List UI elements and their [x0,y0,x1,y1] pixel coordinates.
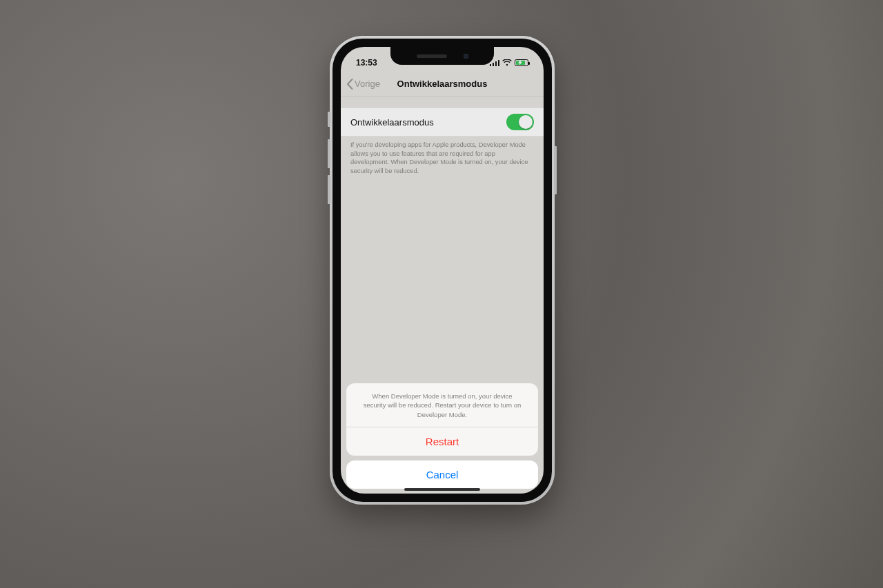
earpiece-speaker [417,54,447,58]
status-time: 13:53 [356,58,377,68]
battery-charging-icon [515,59,528,66]
restart-button[interactable]: Restart [346,427,538,456]
developer-mode-label: Ontwikkelaarsmodus [350,117,434,128]
back-label: Vorige [355,79,380,89]
action-sheet: When Developer Mode is turned on, your d… [346,383,538,489]
cancel-button[interactable]: Cancel [346,460,538,489]
action-sheet-cancel-group: Cancel [346,460,538,489]
screen: 13:53 [341,47,544,494]
navigation-bar: Vorige Ontwikkelaarsmodus [341,72,544,97]
page-title: Ontwikkelaarsmodus [397,79,488,89]
toggle-knob [519,115,533,129]
developer-mode-footer: If you're developing apps for Apple prod… [341,136,544,175]
phone-chassis: 13:53 [330,36,555,505]
phone-mockup: 13:53 [330,36,555,505]
home-indicator[interactable] [404,488,480,491]
notch [390,47,494,65]
back-button[interactable]: Vorige [346,79,380,90]
volume-up-button [328,139,330,168]
volume-down-button [328,175,330,204]
status-icons [490,59,528,66]
chevron-left-icon [346,79,353,90]
front-camera-icon [464,54,468,59]
action-sheet-group: When Developer Mode is turned on, your d… [346,383,538,456]
developer-mode-toggle[interactable] [506,114,534,130]
side-power-button [554,146,557,194]
developer-mode-row: Ontwikkelaarsmodus [341,108,544,136]
phone-bezel: 13:53 [333,39,552,502]
action-sheet-message: When Developer Mode is turned on, your d… [346,383,538,427]
wifi-icon [502,59,512,66]
mute-switch [328,112,330,127]
